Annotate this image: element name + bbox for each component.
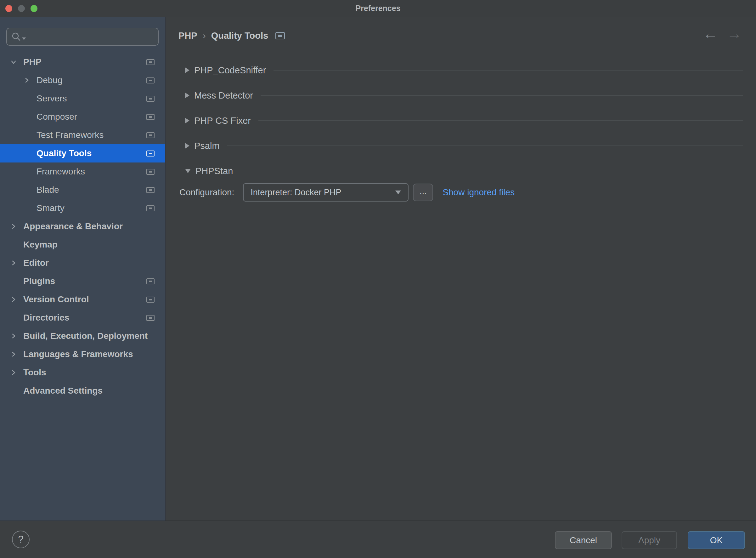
section-divider — [261, 95, 743, 96]
chevron-right-icon[interactable] — [9, 222, 18, 231]
sidebar: PHPDebugServersComposerTest FrameworksQu… — [0, 17, 166, 521]
sidebar-item-servers[interactable]: Servers — [0, 90, 165, 108]
section-label: Psalm — [194, 141, 220, 151]
configuration-label: Configuration: — [180, 187, 234, 198]
triangle-right-icon — [185, 68, 189, 73]
chevron-spacer — [22, 204, 31, 212]
ok-button[interactable]: OK — [688, 531, 745, 549]
sidebar-item-debug[interactable]: Debug — [0, 71, 165, 90]
forward-arrow-icon[interactable]: → — [727, 26, 742, 41]
sidebar-item-label: Appearance & Behavior — [23, 221, 123, 231]
history-navigation: ← → — [703, 26, 742, 41]
section-php-codesniffer[interactable]: PHP_CodeSniffer — [185, 58, 743, 83]
sidebar-item-label: Build, Execution, Deployment — [23, 331, 147, 341]
section-psalm[interactable]: Psalm — [185, 133, 743, 158]
sidebar-item-label: Advanced Settings — [23, 386, 103, 396]
chevron-spacer — [22, 185, 31, 194]
sidebar-item-languages-frameworks[interactable]: Languages & Frameworks — [0, 345, 165, 363]
sidebar-item-label: Smarty — [36, 203, 64, 213]
breadcrumb-quality-tools[interactable]: Quality Tools — [211, 30, 268, 41]
zoom-button[interactable] — [30, 5, 37, 12]
breadcrumb-php[interactable]: PHP — [179, 30, 197, 41]
sidebar-item-version-control[interactable]: Version Control — [0, 290, 165, 309]
chevron-down-icon — [395, 191, 401, 194]
sidebar-item-frameworks[interactable]: Frameworks — [0, 162, 165, 181]
sidebar-item-php[interactable]: PHP — [0, 53, 165, 71]
chevron-right-icon[interactable] — [9, 350, 18, 359]
close-button[interactable] — [5, 5, 12, 12]
sidebar-item-smarty[interactable]: Smarty — [0, 199, 165, 217]
section-divider — [227, 146, 743, 146]
chevron-spacer — [22, 112, 31, 121]
sidebar-item-label: Composer — [36, 112, 77, 122]
monitor-icon — [146, 187, 155, 193]
monitor-icon — [146, 132, 155, 138]
settings-search-box[interactable] — [6, 28, 159, 46]
breadcrumb-separator: › — [203, 30, 206, 41]
chevron-spacer — [9, 240, 18, 249]
apply-button[interactable]: Apply — [622, 531, 677, 549]
sidebar-item-label: Keymap — [23, 239, 58, 250]
monitor-icon — [146, 151, 155, 156]
monitor-icon — [146, 278, 155, 284]
triangle-right-icon — [185, 118, 189, 123]
sidebar-item-label: Quality Tools — [36, 148, 91, 158]
chevron-spacer — [9, 277, 18, 286]
chevron-right-icon[interactable] — [9, 332, 18, 340]
monitor-icon — [146, 205, 155, 211]
monitor-icon — [146, 59, 155, 65]
search-input[interactable] — [28, 31, 158, 42]
browse-configurations-button[interactable]: ... — [413, 184, 433, 201]
section-divider — [259, 120, 743, 121]
chevron-right-icon[interactable] — [9, 258, 18, 268]
section-phpstan[interactable]: PHPStan — [185, 158, 743, 184]
sidebar-item-quality-tools[interactable]: Quality Tools — [0, 144, 165, 162]
chevron-right-icon[interactable] — [22, 76, 31, 85]
sidebar-item-tools[interactable]: Tools — [0, 363, 165, 382]
sidebar-item-build-execution-deployment[interactable]: Build, Execution, Deployment — [0, 327, 165, 345]
sidebar-item-label: Tools — [23, 367, 46, 378]
back-arrow-icon[interactable]: ← — [703, 26, 718, 41]
chevron-spacer — [22, 131, 31, 140]
monitor-icon — [146, 114, 155, 120]
cancel-button[interactable]: Cancel — [555, 531, 612, 549]
chevron-right-icon[interactable] — [9, 295, 18, 304]
sidebar-item-label: Directories — [23, 313, 69, 323]
help-button[interactable]: ? — [12, 531, 30, 548]
section-php-cs-fixer[interactable]: PHP CS Fixer — [185, 108, 743, 133]
sidebar-item-label: Frameworks — [36, 167, 85, 177]
monitor-icon — [146, 169, 155, 175]
triangle-down-icon — [185, 169, 191, 173]
sidebar-item-label: PHP — [23, 57, 42, 67]
chevron-down-icon[interactable] — [9, 58, 18, 67]
section-mess-detector[interactable]: Mess Detector — [185, 83, 743, 108]
chevron-spacer — [9, 386, 18, 395]
sidebar-item-keymap[interactable]: Keymap — [0, 235, 165, 254]
section-divider — [240, 171, 743, 171]
chevron-right-icon[interactable] — [9, 368, 18, 377]
sidebar-item-label: Languages & Frameworks — [23, 349, 133, 359]
sidebar-item-test-frameworks[interactable]: Test Frameworks — [0, 126, 165, 144]
section-label: Mess Detector — [194, 91, 253, 101]
sidebar-item-label: Test Frameworks — [36, 130, 104, 140]
sidebar-item-label: Debug — [36, 75, 63, 85]
sidebar-item-appearance-behavior[interactable]: Appearance & Behavior — [0, 217, 165, 235]
sidebar-item-editor[interactable]: Editor — [0, 254, 165, 272]
sidebar-item-composer[interactable]: Composer — [0, 108, 165, 126]
phpstan-configuration-row: Configuration: Interpreter: Docker PHP .… — [180, 183, 515, 202]
sidebar-item-directories[interactable]: Directories — [0, 309, 165, 327]
sidebar-item-blade[interactable]: Blade — [0, 181, 165, 199]
sidebar-item-label: Blade — [36, 185, 59, 195]
sidebar-item-advanced-settings[interactable]: Advanced Settings — [0, 382, 165, 400]
titlebar: Preferences — [0, 0, 756, 17]
main-panel: PHP › Quality Tools ← → PHP_CodeSnifferM… — [166, 17, 756, 521]
section-label: PHP CS Fixer — [194, 116, 251, 126]
sidebar-item-plugins[interactable]: Plugins — [0, 272, 165, 290]
configuration-dropdown[interactable]: Interpreter: Docker PHP — [243, 183, 408, 202]
monitor-icon — [275, 32, 285, 40]
chevron-spacer — [22, 149, 31, 158]
triangle-right-icon — [185, 93, 189, 98]
monitor-icon — [146, 96, 155, 102]
show-ignored-files-link[interactable]: Show ignored files — [442, 187, 515, 198]
minimize-button[interactable] — [18, 5, 25, 12]
